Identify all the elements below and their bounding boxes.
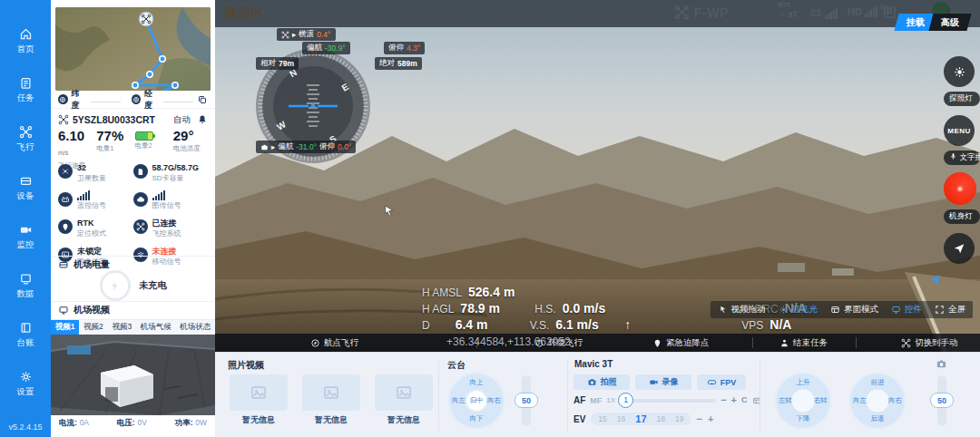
- video-drag-toggle[interactable]: 视频拖动: [718, 304, 766, 316]
- ev-option[interactable]: 18: [657, 414, 665, 423]
- copy-icon[interactable]: [197, 94, 208, 105]
- sidebar-item-tasks[interactable]: 任务: [0, 73, 51, 108]
- ev-option[interactable]: 19: [675, 414, 683, 423]
- sidebar-item-ledger[interactable]: 台账: [0, 317, 51, 353]
- move-left-button[interactable]: 向左: [853, 396, 867, 405]
- gimbal-left-button[interactable]: 向左: [452, 396, 466, 405]
- advanced-button[interactable]: 高级: [928, 14, 971, 31]
- searchlight-button[interactable]: [944, 56, 975, 87]
- video-signal-bars: [152, 191, 181, 200]
- device-id: 5YSZL8U0033CRT: [73, 114, 170, 125]
- photo-mode-button[interactable]: 拍照: [573, 374, 630, 390]
- focus-row: AF MF 1X 1 − + C: [573, 395, 761, 405]
- text-broadcast-button[interactable]: 文字播报: [944, 151, 980, 165]
- tab-video1[interactable]: 视频1: [51, 320, 79, 335]
- menu-button[interactable]: MENU: [944, 115, 975, 146]
- gimbal-center-button[interactable]: 归中: [466, 391, 486, 411]
- status-label: 飞控系统: [152, 228, 181, 238]
- power-value: 0W: [195, 418, 207, 427]
- battery1-label: 电量1: [96, 144, 131, 153]
- emergency-landing-button[interactable]: 紧急迫降点: [652, 334, 710, 352]
- zoom-slider-handle[interactable]: 1: [618, 393, 633, 408]
- sidebar-item-home[interactable]: 首页: [0, 24, 51, 59]
- zoom-slider[interactable]: 1: [620, 399, 716, 403]
- vs-label: V.S.: [530, 319, 550, 332]
- monitor-icon: [891, 305, 901, 315]
- gimbal-up-button[interactable]: 向上: [470, 378, 484, 387]
- orbit-flight-button[interactable]: 环绕飞行: [534, 334, 583, 352]
- record-mode-button[interactable]: 录像: [635, 374, 691, 390]
- drone-icon: [901, 338, 911, 348]
- map-pin-icon[interactable]: [928, 273, 942, 286]
- orbit-icon: [534, 338, 544, 348]
- fullscreen-button[interactable]: 全屏: [935, 304, 965, 316]
- flight-speed-value[interactable]: 50: [930, 393, 954, 408]
- move-right-button[interactable]: 向右: [888, 396, 902, 405]
- waypoint-flight-button[interactable]: 航点飞行: [310, 334, 358, 352]
- view-controls: 视频拖动 可见光 界面模式 控件 全屏: [710, 301, 974, 318]
- ascend-button[interactable]: 上升: [797, 378, 810, 387]
- ev-option[interactable]: 16: [617, 414, 625, 423]
- tab-dock-status[interactable]: 机场状态: [175, 320, 215, 335]
- divider: [567, 360, 568, 431]
- drone-icon: [281, 31, 289, 39]
- latitude-field[interactable]: [91, 102, 121, 102]
- media-card[interactable]: [302, 374, 360, 411]
- distance-label: D: [422, 319, 430, 332]
- zoom-plus-button[interactable]: +: [731, 395, 737, 405]
- flight-speed-slider[interactable]: 50: [937, 375, 946, 426]
- sidebar-item-label: 设备: [17, 190, 34, 202]
- descend-button[interactable]: 下降: [797, 414, 810, 423]
- tab-dock-weather[interactable]: 机场气候: [136, 320, 176, 335]
- forward-button[interactable]: 前进: [871, 378, 885, 387]
- af-label[interactable]: AF: [573, 395, 585, 405]
- visible-light-toggle[interactable]: 可见光: [779, 304, 818, 316]
- fpv-mode-button[interactable]: FPV: [697, 374, 746, 390]
- ev-minus-button[interactable]: −: [696, 414, 701, 424]
- hud-top-bar: [215, 0, 980, 27]
- pin-icon: [58, 219, 73, 234]
- media-card[interactable]: [375, 374, 433, 411]
- gimbal-dpad: 向上 向左 向右 向下 归中: [448, 373, 505, 429]
- end-mission-button[interactable]: 结束任务: [779, 334, 828, 352]
- tab-video3[interactable]: 视频3: [108, 320, 136, 335]
- backward-button[interactable]: 后退: [871, 414, 885, 423]
- gimbal-right-button[interactable]: 向右: [487, 396, 501, 405]
- ev-plus-button[interactable]: +: [708, 414, 713, 424]
- media-card[interactable]: [230, 374, 288, 411]
- bell-icon[interactable]: [197, 114, 208, 125]
- relative-altitude-value: 79m: [279, 59, 294, 68]
- zoom-minus-button[interactable]: −: [720, 395, 726, 405]
- mf-label[interactable]: MF: [590, 396, 602, 405]
- switch-to-manual-button[interactable]: 切换到手动: [901, 334, 958, 352]
- altitude-yaw-dpad: 上升 左转 右转 下降: [775, 373, 831, 429]
- widgets-toggle[interactable]: 控件: [891, 304, 922, 316]
- gimbal-down-button[interactable]: 向下: [470, 414, 484, 423]
- sidebar-item-settings[interactable]: 设置: [0, 366, 51, 402]
- camera-model-title: Mavic 3T: [574, 359, 612, 369]
- share-location-button[interactable]: [944, 233, 975, 264]
- interface-mode-button[interactable]: 界面模式: [830, 304, 878, 316]
- gimbal-speed-value[interactable]: 50: [514, 393, 538, 408]
- yaw-right-button[interactable]: 右转: [814, 396, 828, 405]
- ev-label: EV: [573, 414, 585, 424]
- satellite-icon: [58, 164, 73, 179]
- zoom-reset-button[interactable]: C: [741, 395, 748, 405]
- flight-mode-label[interactable]: 自动: [173, 114, 191, 126]
- ev-option[interactable]: 15: [598, 414, 606, 423]
- waypoint-icon: [310, 338, 320, 348]
- sidebar-item-flight[interactable]: 飞行: [0, 121, 51, 157]
- longitude-field[interactable]: [163, 102, 193, 102]
- searchlight-label[interactable]: 探照灯: [944, 92, 980, 106]
- sidebar-item-devices[interactable]: 设备: [0, 170, 51, 206]
- gimbal-speed-slider[interactable]: 50: [522, 375, 531, 426]
- ev-option-selected[interactable]: 17: [635, 413, 646, 424]
- sidebar-item-data[interactable]: 数据: [0, 268, 51, 304]
- agl-value: 78.9 m: [460, 301, 520, 316]
- record-button[interactable]: ✳: [944, 172, 976, 205]
- mission-map-thumbnail[interactable]: [55, 7, 211, 91]
- sidebar-item-monitoring[interactable]: 监控: [0, 219, 51, 255]
- yaw-left-button[interactable]: 左转: [779, 396, 792, 405]
- body-light-button[interactable]: 机身灯: [944, 209, 980, 224]
- tab-video2[interactable]: 视频2: [79, 320, 107, 335]
